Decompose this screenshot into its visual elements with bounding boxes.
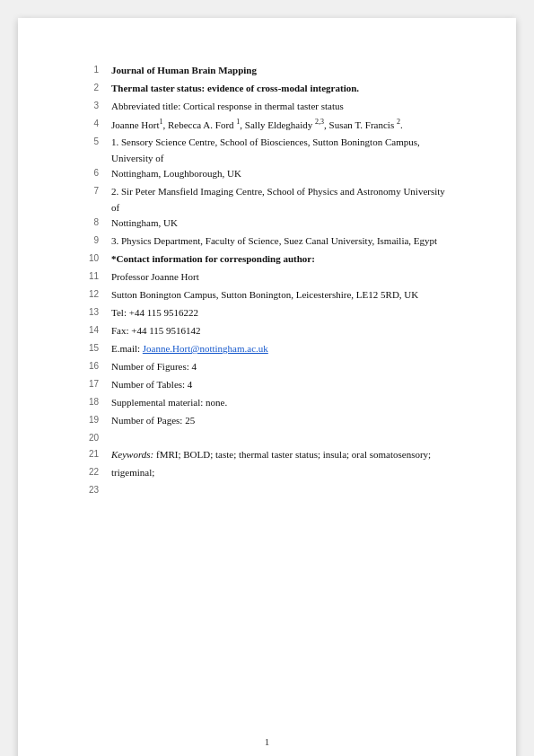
line-number-14: 14 <box>81 323 99 335</box>
line-16: 16 Number of Figures: 4 <box>81 359 453 377</box>
line-number-2: 2 <box>81 81 99 92</box>
email-label: E.mail: <box>111 343 140 354</box>
keywords-line: Keywords: fMRI; BOLD; taste; thermal tas… <box>111 447 453 463</box>
affiliation-2b: Nottingham, UK <box>111 215 453 232</box>
page-number: 1 <box>265 736 270 747</box>
keywords-continuation: trigeminal; <box>111 465 453 481</box>
line-23: 23 <box>81 483 453 499</box>
line-number-5: 5 <box>81 135 99 146</box>
line-18: 18 Supplemental material: none. <box>81 395 453 413</box>
line-12: 12 Sutton Bonington Campus, Sutton Bonin… <box>81 287 453 305</box>
document-page: 1 Journal of Human Brain Mapping 2 Therm… <box>18 18 516 756</box>
authors-line: Joanne Hort1, Rebecca A. Ford 1, Sally E… <box>111 117 453 133</box>
line-number-7: 7 <box>81 184 99 196</box>
contact-tel: Tel: +44 115 9516222 <box>111 305 453 321</box>
line-22: 22 trigeminal; <box>81 465 453 483</box>
author-sep-3: , Susan T. Francis <box>324 119 397 130</box>
line-20: 20 <box>81 431 453 447</box>
line-number-11: 11 <box>81 269 99 281</box>
line-number-21: 21 <box>81 447 99 459</box>
line-number-8: 8 <box>81 215 99 227</box>
line-11: 11 Professor Joanne Hort <box>81 269 453 287</box>
author-sep-1: , Rebecca A. Ford <box>162 119 236 130</box>
line-number-12: 12 <box>81 287 99 299</box>
keywords-label: Keywords: <box>111 449 153 460</box>
line-number-23: 23 <box>81 483 99 495</box>
keywords-text: fMRI; BOLD; taste; thermal taster status… <box>156 449 431 460</box>
line-8: 8 Nottingham, UK <box>81 215 453 233</box>
line-number-18: 18 <box>81 395 99 407</box>
line-1: 1 Journal of Human Brain Mapping <box>81 63 453 81</box>
journal-title: Journal of Human Brain Mapping <box>111 63 453 79</box>
contact-email-line: E.mail: Joanne.Hort@nottingham.ac.uk <box>111 341 453 357</box>
line-19: 19 Number of Pages: 25 <box>81 413 453 431</box>
author-1: Joanne Hort <box>111 119 159 130</box>
line-15: 15 E.mail: Joanne.Hort@nottingham.ac.uk <box>81 341 453 359</box>
line-number-13: 13 <box>81 305 99 317</box>
line-number-20: 20 <box>81 431 99 443</box>
line-number-17: 17 <box>81 377 99 389</box>
line-10: 10 *Contact information for correspondin… <box>81 251 453 269</box>
article-title: Thermal taster status: evidence of cross… <box>111 81 453 97</box>
contact-name: Professor Joanne Hort <box>111 269 453 286</box>
line-13: 13 Tel: +44 115 9516222 <box>81 305 453 323</box>
email-link[interactable]: Joanne.Hort@nottingham.ac.uk <box>143 343 268 354</box>
affiliation-1a: 1. Sensory Science Centre, School of Bio… <box>111 135 453 166</box>
figure-count: Number of Figures: 4 <box>111 359 453 375</box>
affiliation-2a: 2. Sir Peter Mansfield Imaging Centre, S… <box>111 184 453 215</box>
line-7: 7 2. Sir Peter Mansfield Imaging Centre,… <box>81 184 453 215</box>
author-end: . <box>400 119 403 130</box>
contact-header: *Contact information for corresponding a… <box>111 251 453 268</box>
line-number-6: 6 <box>81 166 99 178</box>
line-number-9: 9 <box>81 233 99 245</box>
line-17: 17 Number of Tables: 4 <box>81 377 453 395</box>
author-sep-2: , Sally Eldeghaidy <box>240 119 315 130</box>
line-5: 5 1. Sensory Science Centre, School of B… <box>81 135 453 166</box>
affiliation-3: 3. Physics Department, Faculty of Scienc… <box>111 233 453 250</box>
line-number-16: 16 <box>81 359 99 371</box>
line-14: 14 Fax: +44 115 9516142 <box>81 323 453 341</box>
line-3: 3 Abbreviated title: Cortical response i… <box>81 99 453 117</box>
author-3-sup: 2,3 <box>315 118 324 126</box>
line-number-1: 1 <box>81 63 99 75</box>
line-number-22: 22 <box>81 465 99 477</box>
line-number-15: 15 <box>81 341 99 353</box>
supplemental-info: Supplemental material: none. <box>111 395 453 411</box>
line-number-4: 4 <box>81 117 99 128</box>
abbreviated-title: Abbreviated title: Cortical response in … <box>111 99 453 115</box>
contact-address: Sutton Bonington Campus, Sutton Boningto… <box>111 287 453 303</box>
contact-fax: Fax: +44 115 9516142 <box>111 323 453 339</box>
table-count: Number of Tables: 4 <box>111 377 453 393</box>
line-21: 21 Keywords: fMRI; BOLD; taste; thermal … <box>81 447 453 465</box>
line-9: 9 3. Physics Department, Faculty of Scie… <box>81 233 453 251</box>
line-4: 4 Joanne Hort1, Rebecca A. Ford 1, Sally… <box>81 117 453 135</box>
line-number-19: 19 <box>81 413 99 425</box>
line-number-10: 10 <box>81 251 99 263</box>
line-6: 6 Nottingham, Loughborough, UK <box>81 166 453 184</box>
affiliation-1b: Nottingham, Loughborough, UK <box>111 166 453 182</box>
line-2: 2 Thermal taster status: evidence of cro… <box>81 81 453 99</box>
page-count: Number of Pages: 25 <box>111 413 453 429</box>
line-number-3: 3 <box>81 99 99 110</box>
